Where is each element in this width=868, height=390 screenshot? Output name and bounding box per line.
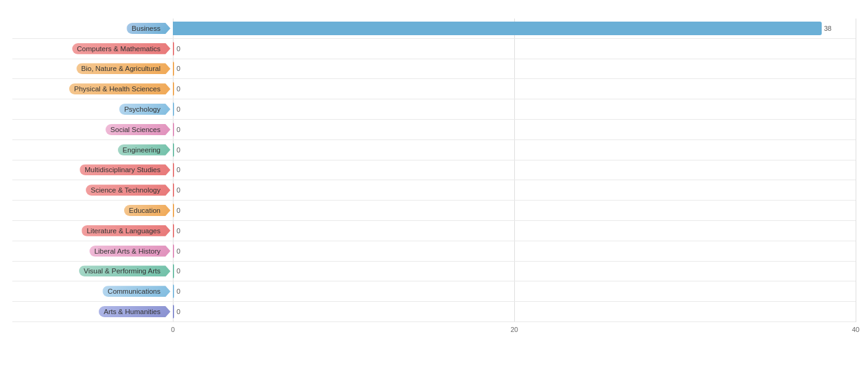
bar-value: 0 [177,166,180,173]
bar-row: Engineering0 [12,140,856,160]
x-tick-label: 40 [852,326,859,333]
bar-label: Science & Technology [86,185,170,196]
bar-label: Arts & Humanities [99,306,170,317]
bar-label: Physical & Health Sciences [69,83,170,94]
bar-value: 0 [177,227,180,234]
bar-fill [173,305,174,318]
bar-fill [173,82,174,96]
bar-row: Visual & Performing Arts0 [12,262,856,282]
bar-row: Arts & Humanities0 [12,302,856,322]
bar-label: Social Sciences [106,124,170,135]
bar-row: Psychology0 [12,99,856,120]
bar-row: Physical & Health Sciences0 [12,79,856,99]
bar-value: 38 [824,25,832,32]
bar-label: Computers & Mathematics [72,43,171,54]
bar-value: 0 [177,267,180,275]
bar-fill [173,42,174,56]
bar-fill [173,224,174,238]
bar-row: Computers & Mathematics0 [12,39,856,59]
bar-row: Social Sciences0 [12,120,856,140]
bar-value: 0 [177,65,180,72]
bar-value: 0 [177,45,180,52]
bar-fill [173,143,174,157]
bar-label: Liberal Arts & History [90,246,170,257]
bar-value: 0 [177,288,180,295]
bar-row: Multidisciplinary Studies0 [12,160,856,181]
bar-fill [173,204,174,217]
bar-value: 0 [177,308,180,315]
bar-fill [173,183,174,197]
bar-value: 0 [177,207,180,214]
bar-label: Bio, Nature & Agricultural [77,63,170,74]
bar-row: Bio, Nature & Agricultural0 [12,59,856,80]
grid-line [856,19,856,322]
bar-value: 0 [177,106,180,113]
bar-label: Business [127,23,170,34]
bar-fill [173,62,174,75]
bar-fill [173,22,822,35]
bars-section: Business38Computers & Mathematics0Bio, N… [12,19,856,322]
chart-area: Business38Computers & Mathematics0Bio, N… [12,19,856,341]
chart-container: Business38Computers & Mathematics0Bio, N… [0,0,868,390]
bar-row: Communications0 [12,281,856,302]
x-axis: 02040 [173,322,856,341]
bar-label: Communications [102,286,170,297]
x-tick-label: 0 [171,326,175,333]
bar-value: 0 [177,85,180,93]
bar-fill [173,102,174,116]
bar-fill [173,244,174,258]
bar-row: Education0 [12,201,856,221]
bar-row: Business38 [12,19,856,39]
bar-value: 0 [177,186,180,194]
bar-label: Psychology [119,104,170,115]
bar-label: Visual & Performing Arts [79,265,170,276]
bar-fill [173,284,174,298]
bar-value: 0 [177,146,180,154]
bar-label: Literature & Languages [81,225,170,236]
bar-fill [173,123,174,136]
bar-label: Education [124,205,170,216]
bar-fill [173,264,174,278]
bar-label: Engineering [118,144,170,156]
bar-row: Science & Technology0 [12,180,856,201]
x-tick-label: 20 [511,326,518,333]
bar-value: 0 [177,126,180,133]
bar-row: Liberal Arts & History0 [12,241,856,262]
bar-label: Multidisciplinary Studies [80,164,170,175]
bar-value: 0 [177,247,180,255]
bar-row: Literature & Languages0 [12,221,856,241]
bar-fill [173,163,174,176]
